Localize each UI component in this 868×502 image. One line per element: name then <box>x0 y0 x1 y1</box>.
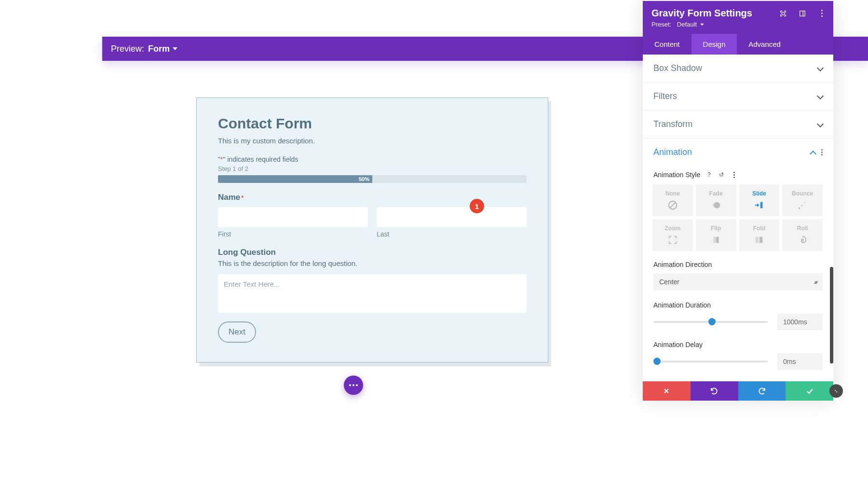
form-preview-module[interactable]: Contact Form This is my custom descripti… <box>196 98 548 363</box>
select-arrows-icon: ▴▾ <box>814 279 817 285</box>
tab-design[interactable]: Design <box>692 34 737 55</box>
animation-content: Animation Style ? ↺ None Fade Slide <box>643 166 833 381</box>
bounce-icon <box>797 200 808 210</box>
section-transform[interactable]: Transform <box>643 111 833 139</box>
slide-icon <box>754 200 764 210</box>
animation-style-grid: None Fade Slide Bounce Zoom <box>652 184 823 251</box>
undo-button[interactable] <box>691 381 738 401</box>
style-none[interactable]: None <box>652 184 693 216</box>
next-button[interactable]: Next <box>218 321 256 343</box>
zoom-icon <box>667 235 678 245</box>
direction-label: Animation Direction <box>653 261 823 268</box>
long-question-desc: This is the description for the long que… <box>218 259 527 267</box>
chevron-down-icon <box>817 94 823 99</box>
preview-value-dropdown[interactable]: Form <box>148 44 177 54</box>
svg-point-7 <box>804 202 806 204</box>
direction-select[interactable]: Center ▴▾ <box>653 273 823 291</box>
first-sublabel: First <box>218 230 368 238</box>
panel-footer <box>643 381 833 401</box>
long-question-label: Long Question <box>218 248 527 257</box>
section-more-icon[interactable] <box>821 149 823 155</box>
chevron-down-icon <box>817 66 823 71</box>
dock-icon[interactable] <box>799 10 806 17</box>
delay-label: Animation Delay <box>653 341 823 349</box>
redo-button[interactable] <box>738 381 786 401</box>
cancel-button[interactable] <box>643 381 691 401</box>
svg-rect-13 <box>800 11 805 16</box>
progress-bar: 50% <box>218 175 527 183</box>
progress-fill: 50% <box>218 175 372 183</box>
duration-value[interactable]: 1000ms <box>777 314 823 330</box>
help-icon[interactable]: ? <box>705 171 713 179</box>
svg-point-3 <box>712 203 717 207</box>
required-note: "*" indicates required fields <box>218 155 527 163</box>
style-flip[interactable]: Flip <box>696 219 736 251</box>
form-description: This is my custom description. <box>218 137 527 145</box>
save-button[interactable] <box>786 381 833 401</box>
preview-label: Preview: <box>111 44 144 54</box>
none-icon <box>667 200 678 210</box>
last-sublabel: Last <box>377 230 527 238</box>
more-actions-fab[interactable] <box>344 376 363 395</box>
fade-icon <box>711 200 721 210</box>
panel-header: Gravity Form Settings Preset: Default <box>643 1 833 34</box>
long-question-textarea[interactable]: Enter Text Here... <box>218 274 527 313</box>
duration-label: Animation Duration <box>653 301 823 309</box>
chevron-up-icon <box>810 150 815 155</box>
fold-icon <box>754 235 764 245</box>
step-indicator: Step 1 of 2 <box>218 165 527 172</box>
settings-panel: Gravity Form Settings Preset: Default Co… <box>643 1 833 401</box>
reset-icon[interactable]: ↺ <box>718 171 725 179</box>
svg-rect-9 <box>760 237 762 243</box>
section-filters[interactable]: Filters <box>643 83 833 111</box>
form-title: Contact Form <box>218 115 527 132</box>
style-roll[interactable]: Roll <box>782 219 823 251</box>
preset-dropdown[interactable]: Preset: Default <box>651 21 825 28</box>
svg-point-5 <box>799 208 800 209</box>
delay-slider[interactable] <box>653 361 768 363</box>
header-icons <box>779 10 826 17</box>
style-slide[interactable]: Slide <box>739 184 780 216</box>
tab-content[interactable]: Content <box>643 34 692 55</box>
caret-down-icon <box>173 47 177 50</box>
style-fade[interactable]: Fade <box>696 184 736 216</box>
style-zoom[interactable]: Zoom <box>652 219 693 251</box>
animation-style-label: Animation Style <box>653 171 700 179</box>
more-icon[interactable] <box>818 10 826 17</box>
section-box-shadow[interactable]: Box Shadow <box>643 55 833 83</box>
panel-body: Box Shadow Filters Transform Animation A… <box>643 55 833 381</box>
panel-tabs: Content Design Advanced <box>643 34 833 55</box>
section-animation[interactable]: Animation <box>643 139 833 166</box>
svg-rect-4 <box>760 202 763 209</box>
duration-slider[interactable] <box>653 321 768 323</box>
chevron-down-icon <box>817 122 823 127</box>
svg-point-6 <box>801 205 803 207</box>
style-fold[interactable]: Fold <box>739 219 780 251</box>
delay-value[interactable]: 0ms <box>777 353 823 370</box>
tab-advanced[interactable]: Advanced <box>737 34 792 55</box>
style-bounce[interactable]: Bounce <box>782 184 823 216</box>
more-icon[interactable] <box>730 171 738 179</box>
svg-line-1 <box>669 202 676 209</box>
last-name-input[interactable] <box>377 207 527 227</box>
expand-icon[interactable] <box>779 10 787 17</box>
caret-down-icon <box>700 23 704 26</box>
intensity-label: Animation Intensity <box>653 380 823 381</box>
first-name-input[interactable] <box>218 207 368 227</box>
flip-icon <box>711 235 721 245</box>
svg-rect-8 <box>756 237 759 243</box>
annotation-badge-1: 1 <box>470 199 484 213</box>
roll-icon <box>797 235 808 245</box>
scrollbar[interactable] <box>830 267 833 363</box>
svg-rect-12 <box>782 12 784 14</box>
